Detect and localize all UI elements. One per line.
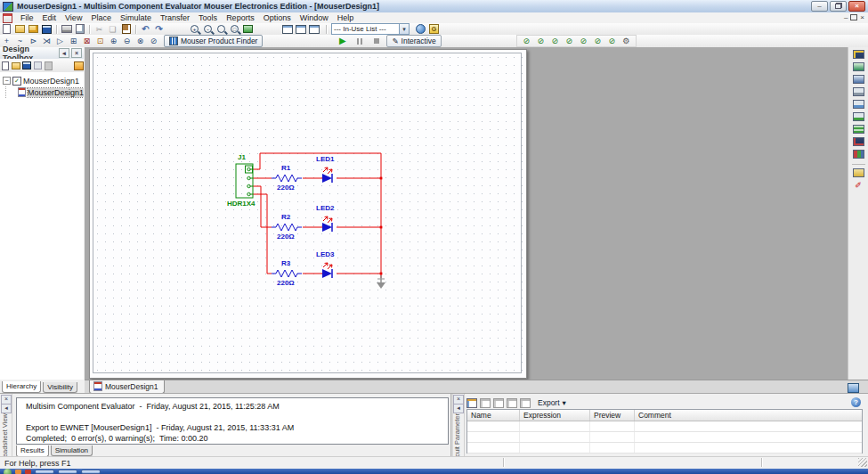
zoom-out-button[interactable]: - xyxy=(202,24,214,34)
panel-pin-button[interactable]: ◂ xyxy=(59,48,69,58)
menu-reports[interactable]: Reports xyxy=(222,12,259,23)
place-indicator-button[interactable]: ⊖ xyxy=(121,37,133,46)
checkbox-icon[interactable]: ✓ xyxy=(12,77,21,86)
taskbar-window-button[interactable] xyxy=(58,470,77,474)
panel-close-button[interactable]: × xyxy=(71,48,82,58)
led1-symbol[interactable] xyxy=(322,168,332,183)
zoom-area-button[interactable] xyxy=(215,24,227,34)
open-design-button[interactable] xyxy=(11,61,21,70)
parameter-probe-button[interactable]: ⊘ xyxy=(606,37,618,46)
column-expression[interactable]: Expression xyxy=(520,410,590,421)
export-button[interactable]: Export ▾ xyxy=(533,396,571,409)
menu-window[interactable]: Window xyxy=(296,12,333,23)
menu-help[interactable]: Help xyxy=(333,12,359,23)
panel-pin-button[interactable]: ◂ xyxy=(1,404,12,413)
tab-mouserdesign1[interactable]: MouserDesign1 xyxy=(89,380,165,394)
bode-plotter-button[interactable] xyxy=(853,112,864,121)
measurement-probe-button[interactable]: ✐ xyxy=(855,182,862,190)
dropdown-arrow-icon[interactable]: ▾ xyxy=(399,24,409,34)
logic-analyzer-button[interactable] xyxy=(853,150,864,159)
place-ttl-button[interactable]: ⊞ xyxy=(68,37,79,46)
mdi-restore-button[interactable] xyxy=(850,14,857,20)
resistor-r3-value[interactable]: 220Ω xyxy=(277,279,295,287)
tab-strip-icon[interactable] xyxy=(848,383,859,393)
interactive-button[interactable]: ✎ Interactive xyxy=(386,35,441,47)
menu-file[interactable]: File xyxy=(16,12,38,23)
led2-symbol[interactable] xyxy=(322,217,332,232)
sort-button[interactable] xyxy=(520,398,531,408)
connector-part-label[interactable]: HDR1X4 xyxy=(227,200,256,208)
redo-button[interactable]: ↷ xyxy=(153,24,165,34)
wire-net[interactable] xyxy=(253,153,381,278)
toggle-spreadsheet-button[interactable] xyxy=(295,24,306,34)
place-mixed-button[interactable]: ⊕ xyxy=(108,37,119,46)
menu-options[interactable]: Options xyxy=(259,12,296,23)
tab-simulation[interactable]: Simulation xyxy=(51,445,93,456)
restore-button[interactable] xyxy=(830,1,847,12)
pause-button[interactable] xyxy=(353,37,365,46)
mdi-close-button[interactable]: × xyxy=(860,13,864,21)
tree-item-root[interactable]: − ✓ MouserDesign1 xyxy=(0,75,84,86)
close-button[interactable]: × xyxy=(848,1,865,12)
column-comment[interactable]: Comment xyxy=(635,410,862,421)
frequency-counter-button[interactable] xyxy=(853,125,864,134)
place-cmos-button[interactable]: ⊠ xyxy=(81,37,93,46)
resistor-r1-ref[interactable]: R1 xyxy=(281,164,291,172)
power-probe-button[interactable]: ⊘ xyxy=(549,37,561,46)
save-button[interactable] xyxy=(41,24,53,34)
toggle-grid-button[interactable] xyxy=(281,24,293,34)
iv-analyzer-button[interactable] xyxy=(853,168,864,177)
word-generator-button[interactable] xyxy=(853,137,864,146)
probe-settings-button[interactable]: ⚙ xyxy=(621,37,632,46)
led1-ref[interactable]: LED1 xyxy=(316,155,335,163)
table-row[interactable] xyxy=(467,421,862,432)
resistor-r2-value[interactable]: 220Ω xyxy=(277,233,295,241)
four-channel-oscilloscope-button[interactable] xyxy=(853,100,864,109)
run-button[interactable]: ▶ xyxy=(337,37,348,46)
open-sample-button[interactable] xyxy=(28,24,39,34)
differential-probe-button[interactable]: ⊘ xyxy=(564,37,575,46)
connector-j1[interactable] xyxy=(236,164,253,198)
schematic-workspace[interactable]: J1 HDR1X4 R1 220Ω R2 220Ω R3 220Ω xyxy=(85,47,848,380)
place-misc-button[interactable]: ⊗ xyxy=(134,37,146,46)
resistor-r1[interactable] xyxy=(272,175,302,182)
tree-item-child[interactable]: MouserDesign1 xyxy=(0,86,84,98)
resistor-r3-ref[interactable]: R3 xyxy=(281,259,291,267)
column-name[interactable]: Name xyxy=(467,410,520,421)
add-parameter-button[interactable] xyxy=(466,398,477,408)
menu-view[interactable]: View xyxy=(61,12,86,23)
mouser-product-finder-button[interactable]: Mouser Product Finder xyxy=(164,35,263,47)
new-schematic-button[interactable] xyxy=(0,61,11,70)
close-design-button[interactable] xyxy=(32,61,43,70)
print-button[interactable] xyxy=(61,24,72,34)
table-row[interactable] xyxy=(467,432,862,443)
menu-tools[interactable]: Tools xyxy=(194,12,222,23)
menu-simulate[interactable]: Simulate xyxy=(116,12,156,23)
grapher-button[interactable]: G xyxy=(428,24,440,34)
start-button[interactable] xyxy=(4,469,12,474)
table-row[interactable] xyxy=(467,443,862,454)
save-design-button[interactable] xyxy=(21,61,32,70)
open-button[interactable] xyxy=(14,24,26,34)
taskbar-window-button[interactable] xyxy=(35,470,54,474)
voltage-probe-button[interactable]: ⊘ xyxy=(521,37,532,46)
resistor-r1-value[interactable]: 220Ω xyxy=(277,184,295,192)
new-button[interactable] xyxy=(1,24,12,34)
panel-pin-button[interactable]: ◂ xyxy=(453,404,464,413)
tab-hierarchy[interactable]: Hierarchy xyxy=(2,381,41,393)
stop-button[interactable] xyxy=(370,37,382,46)
tree-root-label[interactable]: MouserDesign1 xyxy=(23,77,79,86)
delete-button[interactable] xyxy=(43,61,53,70)
taskbar-icon[interactable] xyxy=(25,470,31,474)
menu-place[interactable]: Place xyxy=(86,12,116,23)
toggle-toolbox-button[interactable] xyxy=(308,24,320,34)
digital-probe-button[interactable]: ⊘ xyxy=(578,37,589,46)
wattmeter-button[interactable] xyxy=(853,75,864,84)
remove-parameter-button[interactable] xyxy=(480,398,491,408)
minimize-button[interactable]: – xyxy=(811,1,828,12)
help-button[interactable]: ? xyxy=(851,397,861,407)
led3-ref[interactable]: LED3 xyxy=(316,250,335,258)
resize-grip[interactable] xyxy=(858,458,867,467)
resistor-r2[interactable] xyxy=(272,224,302,231)
in-use-list-dropdown[interactable]: --- In-Use List --- ▾ xyxy=(331,23,410,35)
